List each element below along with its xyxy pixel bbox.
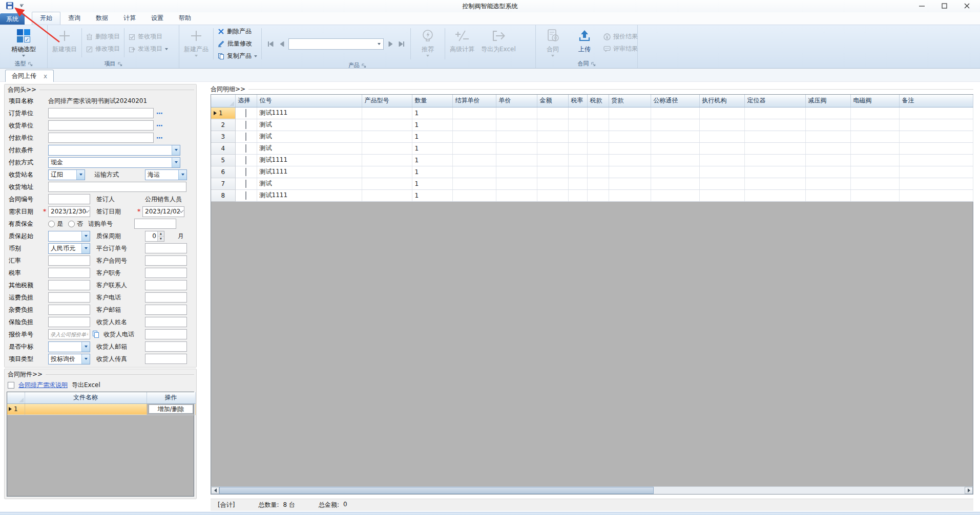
column-header[interactable]: 电磁阀 bbox=[850, 95, 899, 107]
table-row[interactable]: 7测试1 bbox=[211, 178, 973, 189]
scroll-left-button[interactable] bbox=[211, 487, 219, 494]
misc-fee-input[interactable] bbox=[48, 305, 90, 315]
new-project-button[interactable]: 新建项目 bbox=[49, 26, 80, 59]
row-number-cell[interactable]: 1 bbox=[211, 107, 235, 119]
contract-no-input[interactable] bbox=[48, 194, 90, 204]
tab-help[interactable]: 帮助 bbox=[171, 12, 199, 25]
receiver-phone-input[interactable] bbox=[145, 329, 187, 339]
tab-contract-upload[interactable]: 合同上传 x bbox=[5, 70, 54, 82]
sign-project-button[interactable]: 签收项目 bbox=[126, 31, 171, 42]
scroll-right-button[interactable] bbox=[965, 487, 973, 494]
tab-query[interactable]: 查询 bbox=[60, 12, 88, 25]
row-number-cell[interactable]: 3 bbox=[211, 131, 235, 142]
ellipsis-button[interactable]: ⋯ bbox=[156, 109, 164, 118]
currency-combobox[interactable]: 人民币元 bbox=[48, 243, 90, 254]
column-header[interactable]: 税款 bbox=[587, 95, 609, 107]
copy-product-button[interactable]: 复制产品 bbox=[215, 51, 260, 61]
column-header[interactable]: 货款 bbox=[609, 95, 651, 107]
project-type-combobox[interactable]: 投标询价 bbox=[48, 354, 90, 364]
receive-unit-input[interactable] bbox=[48, 120, 154, 131]
column-header[interactable]: 单价 bbox=[496, 95, 537, 107]
column-header[interactable]: 执行机构 bbox=[699, 95, 744, 107]
row-checkbox[interactable] bbox=[245, 133, 246, 141]
column-header[interactable]: 税率 bbox=[568, 95, 587, 107]
pay-unit-input[interactable] bbox=[48, 133, 154, 143]
delete-product-button[interactable]: 删除产品 bbox=[215, 26, 260, 37]
scrollbar-track[interactable] bbox=[654, 487, 965, 494]
table-row[interactable]: 3测试1 bbox=[211, 131, 973, 142]
receiver-name-input[interactable] bbox=[145, 317, 187, 327]
column-header[interactable]: 位号 bbox=[257, 95, 362, 107]
nav-prev-button[interactable] bbox=[277, 39, 286, 49]
nav-first-button[interactable] bbox=[266, 39, 275, 49]
delete-project-button[interactable]: 删除项目 bbox=[83, 31, 123, 42]
insurance-input[interactable] bbox=[48, 317, 90, 327]
dialog-launcher-icon[interactable] bbox=[28, 61, 33, 66]
customer-email-input[interactable] bbox=[145, 305, 187, 315]
record-combobox[interactable] bbox=[288, 38, 384, 50]
close-button[interactable] bbox=[955, 0, 978, 11]
transport-combobox[interactable]: 海运 bbox=[145, 169, 187, 180]
receiver-fax-input[interactable] bbox=[145, 354, 187, 364]
upload-button[interactable]: 上传 bbox=[569, 26, 600, 59]
pay-terms-combobox[interactable] bbox=[48, 145, 180, 156]
table-row[interactable]: 6测试11111 bbox=[211, 166, 973, 178]
table-row[interactable]: 1测试11111 bbox=[211, 107, 973, 119]
dialog-launcher-icon[interactable] bbox=[362, 63, 366, 68]
customer-phone-input[interactable] bbox=[145, 292, 187, 303]
batch-edit-button[interactable]: 批量修改 bbox=[215, 38, 260, 49]
station-combobox[interactable]: 辽阳 bbox=[48, 169, 85, 180]
row-checkbox[interactable] bbox=[245, 121, 246, 129]
exact-selection-button[interactable]: ✓ 精确选型 bbox=[8, 26, 39, 59]
sign-date-picker[interactable]: 2023/12/02 bbox=[142, 206, 184, 217]
attachment-link[interactable]: 合同排产需求说明 bbox=[18, 381, 68, 390]
export-excel-label[interactable]: 导出Excel bbox=[72, 381, 100, 390]
maximize-button[interactable] bbox=[933, 0, 955, 11]
freight-input[interactable] bbox=[48, 292, 90, 303]
table-row[interactable]: 2测试1 bbox=[211, 119, 973, 131]
quote-no-input[interactable] bbox=[48, 329, 90, 339]
row-number-cell[interactable]: 4 bbox=[211, 142, 235, 154]
table-row[interactable]: 5测试11111 bbox=[211, 154, 973, 166]
customer-contract-input[interactable] bbox=[145, 255, 187, 266]
table-row[interactable]: 8测试11111 bbox=[211, 189, 973, 201]
warranty-start-combobox[interactable] bbox=[48, 231, 90, 242]
minimize-button[interactable] bbox=[910, 0, 933, 11]
column-header[interactable]: 结算单价 bbox=[452, 95, 496, 107]
win-bid-combobox[interactable] bbox=[48, 341, 90, 352]
receiver-email-input[interactable] bbox=[145, 341, 187, 352]
radio-yes[interactable] bbox=[48, 221, 55, 227]
customer-title-input[interactable] bbox=[145, 268, 187, 278]
scrollbar-thumb[interactable] bbox=[219, 487, 654, 494]
spin-down-icon[interactable]: ▼ bbox=[158, 237, 164, 241]
table-row[interactable]: 4测试1 bbox=[211, 142, 973, 154]
spin-up-icon[interactable]: ▲ bbox=[158, 231, 164, 237]
platform-no-input[interactable] bbox=[145, 243, 187, 253]
select-all-corner[interactable] bbox=[7, 392, 25, 403]
horizontal-scrollbar[interactable] bbox=[211, 486, 973, 494]
radio-no[interactable] bbox=[68, 221, 75, 227]
warranty-period-spinner[interactable]: 0 ▲▼ bbox=[145, 231, 164, 242]
dialog-launcher-icon[interactable] bbox=[118, 61, 122, 66]
column-header[interactable]: 金额 bbox=[537, 95, 568, 107]
column-header[interactable]: 减压阀 bbox=[805, 95, 850, 107]
select-all-corner[interactable] bbox=[211, 95, 235, 107]
dialog-launcher-icon[interactable] bbox=[591, 61, 596, 66]
column-header[interactable]: 公称通径 bbox=[651, 95, 699, 107]
purchase-no-input[interactable] bbox=[134, 219, 176, 229]
row-number-cell[interactable]: 5 bbox=[211, 154, 235, 166]
ellipsis-button[interactable]: ⋯ bbox=[156, 121, 164, 130]
add-delete-button[interactable]: 增加/删除 bbox=[149, 404, 193, 414]
send-project-button[interactable]: 发送项目 bbox=[126, 44, 171, 54]
quote-result-button[interactable]: 报价结果 bbox=[600, 31, 641, 42]
tab-settings[interactable]: 设置 bbox=[143, 12, 171, 25]
contract-button[interactable]: 合同 bbox=[537, 26, 569, 59]
row-checkbox[interactable] bbox=[245, 144, 246, 153]
row-number-cell[interactable]: 7 bbox=[211, 178, 235, 189]
tab-close-icon[interactable]: x bbox=[44, 73, 47, 80]
column-header[interactable]: 数量 bbox=[412, 95, 452, 107]
review-result-button[interactable]: 评审结果 bbox=[600, 44, 641, 54]
nav-next-button[interactable] bbox=[386, 39, 395, 49]
ellipsis-button[interactable]: ⋯ bbox=[156, 133, 164, 142]
row-number-cell[interactable]: 6 bbox=[211, 166, 235, 178]
